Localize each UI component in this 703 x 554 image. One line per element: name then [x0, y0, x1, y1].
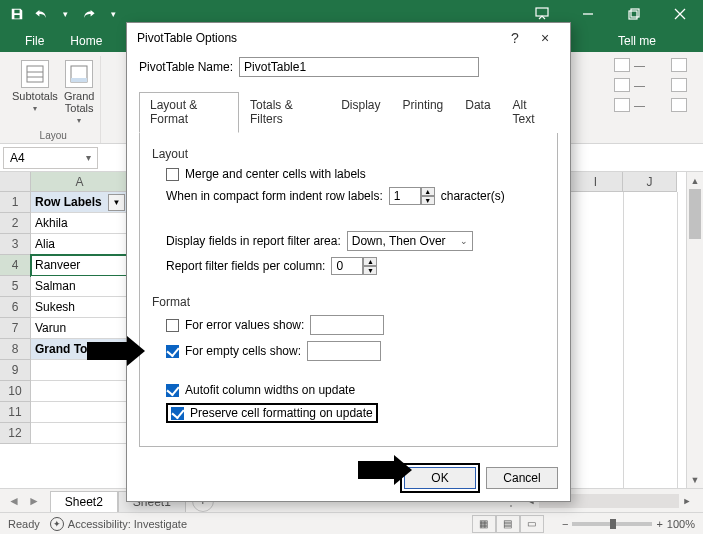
preserve-formatting-label: Preserve cell formatting on update [190, 406, 373, 420]
pivottable-name-input[interactable] [239, 57, 479, 77]
scroll-thumb[interactable] [689, 189, 701, 239]
sheet-nav-next-icon[interactable]: ► [28, 494, 40, 508]
error-values-label: For error values show: [185, 318, 304, 332]
cell-a11[interactable] [31, 402, 129, 423]
view-page-layout-button[interactable]: ▤ [496, 515, 520, 533]
sheet-nav-prev-icon[interactable]: ◄ [8, 494, 20, 508]
svg-rect-2 [629, 11, 637, 19]
close-button[interactable] [657, 0, 703, 28]
merge-center-label: Merge and center cells with labels [185, 167, 366, 181]
filter-dropdown-button[interactable]: ▼ [108, 194, 125, 211]
fields-per-col-input[interactable] [331, 257, 363, 275]
cell-a1[interactable]: Row Labels ▼ [31, 192, 129, 213]
style-option-3[interactable]: ― [610, 96, 649, 114]
tab-printing[interactable]: Printing [392, 92, 455, 133]
autofit-checkbox[interactable] [166, 384, 179, 397]
spin-down-icon[interactable]: ▼ [421, 196, 435, 205]
save-icon[interactable] [6, 3, 28, 25]
cell-a12[interactable] [31, 423, 129, 444]
grand-totals-button[interactable]: Grand Totals ▾ [64, 56, 95, 125]
tab-file[interactable]: File [12, 30, 57, 52]
restore-button[interactable] [611, 0, 657, 28]
chevron-down-icon[interactable]: ▾ [86, 152, 91, 163]
row-header[interactable]: 6 [0, 297, 31, 318]
dialog-title: PivotTable Options [137, 31, 237, 45]
preserve-formatting-checkbox[interactable] [171, 407, 184, 420]
hscroll-right-icon[interactable]: ► [679, 494, 695, 508]
cell-a4[interactable]: Ranveer [31, 255, 129, 276]
row-header[interactable]: 7 [0, 318, 31, 339]
row-header[interactable]: 1 [0, 192, 31, 213]
annotation-arrow-preserve [87, 336, 145, 366]
style-option-1[interactable]: ― [610, 56, 649, 74]
select-all-corner[interactable] [0, 172, 31, 192]
tab-data[interactable]: Data [454, 92, 501, 133]
ok-button[interactable]: OK [404, 467, 476, 489]
undo-dropdown-icon[interactable]: ▾ [54, 3, 76, 25]
style-option-5[interactable] [667, 76, 691, 94]
tell-me[interactable]: Tell me [605, 30, 669, 52]
cell-a6[interactable]: Sukesh [31, 297, 129, 318]
row-header[interactable]: 3 [0, 234, 31, 255]
zoom-control[interactable]: − + 100% [562, 518, 695, 530]
scroll-up-icon[interactable]: ▲ [687, 172, 703, 189]
error-values-input[interactable] [310, 315, 384, 335]
empty-cells-input[interactable] [307, 341, 381, 361]
dialog-help-button[interactable]: ? [500, 24, 530, 52]
fields-per-col-spinner[interactable]: ▲▼ [331, 257, 377, 275]
qat-customize-icon[interactable]: ▾ [102, 3, 124, 25]
style-option-4[interactable] [667, 56, 691, 74]
filter-area-combo[interactable]: Down, Then Over ⌄ [347, 231, 473, 251]
dialog-close-button[interactable]: × [530, 24, 560, 52]
tab-display[interactable]: Display [330, 92, 391, 133]
spin-up-icon[interactable]: ▲ [363, 257, 377, 266]
row-header[interactable]: 8 [0, 339, 31, 360]
tab-layout-format[interactable]: Layout & Format [139, 92, 239, 133]
col-header[interactable]: I [569, 172, 623, 192]
tab-totals-filters[interactable]: Totals & Filters [239, 92, 330, 133]
sheet-tab-active[interactable]: Sheet2 [50, 491, 118, 512]
col-header[interactable]: A [31, 172, 129, 192]
name-box[interactable]: A4 ▾ [3, 147, 98, 169]
spin-down-icon[interactable]: ▼ [363, 266, 377, 275]
merge-center-checkbox[interactable] [166, 168, 179, 181]
scroll-down-icon[interactable]: ▼ [687, 471, 703, 488]
zoom-value: 100% [667, 518, 695, 530]
style-option-6[interactable] [667, 96, 691, 114]
redo-icon[interactable] [78, 3, 100, 25]
zoom-slider[interactable] [572, 522, 652, 526]
tab-alt-text[interactable]: Alt Text [502, 92, 558, 133]
zoom-out-icon[interactable]: − [562, 518, 568, 530]
vertical-scrollbar[interactable]: ▲ ▼ [686, 172, 703, 488]
indent-spinner[interactable]: ▲▼ [389, 187, 435, 205]
accessibility-status[interactable]: ✦ Accessibility: Investigate [50, 517, 187, 531]
row-header[interactable]: 4 [0, 255, 31, 276]
empty-cells-checkbox[interactable] [166, 345, 179, 358]
row-header[interactable]: 9 [0, 360, 31, 381]
tab-home[interactable]: Home [57, 30, 115, 52]
cell-a5[interactable]: Salman [31, 276, 129, 297]
minimize-button[interactable] [565, 0, 611, 28]
col-header[interactable]: J [623, 172, 677, 192]
row-header[interactable]: 12 [0, 423, 31, 444]
chevron-down-icon[interactable]: ⌄ [460, 236, 468, 246]
error-values-checkbox[interactable] [166, 319, 179, 332]
status-ready: Ready [8, 518, 40, 530]
dialog-title-bar[interactable]: PivotTable Options ? × [127, 23, 570, 53]
cancel-button[interactable]: Cancel [486, 467, 558, 489]
subtotals-button[interactable]: Subtotals ▾ [12, 56, 58, 125]
row-header[interactable]: 10 [0, 381, 31, 402]
style-option-2[interactable]: ― [610, 76, 649, 94]
cell-a3[interactable]: Alia [31, 234, 129, 255]
row-header[interactable]: 5 [0, 276, 31, 297]
cell-a10[interactable] [31, 381, 129, 402]
indent-value-input[interactable] [389, 187, 421, 205]
spin-up-icon[interactable]: ▲ [421, 187, 435, 196]
row-header[interactable]: 2 [0, 213, 31, 234]
zoom-in-icon[interactable]: + [656, 518, 662, 530]
undo-icon[interactable] [30, 3, 52, 25]
view-page-break-button[interactable]: ▭ [520, 515, 544, 533]
cell-a2[interactable]: Akhila [31, 213, 129, 234]
view-normal-button[interactable]: ▦ [472, 515, 496, 533]
row-header[interactable]: 11 [0, 402, 31, 423]
